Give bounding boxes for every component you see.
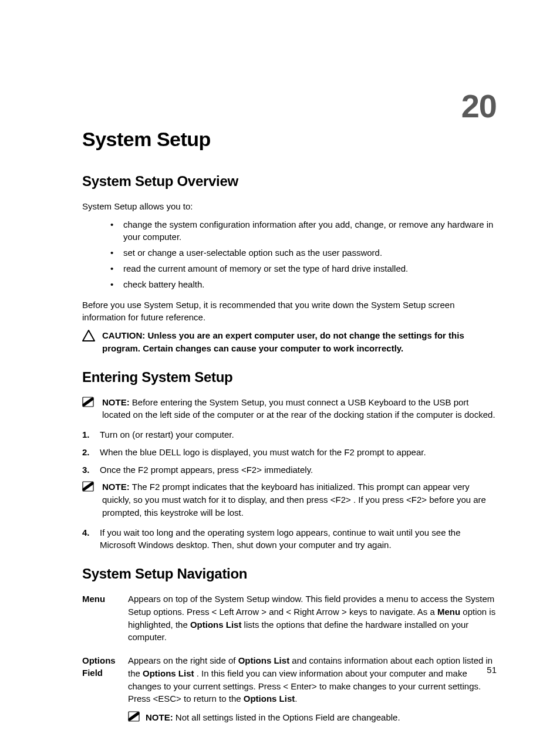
section-overview-heading: System Setup Overview	[82, 173, 497, 190]
chapter-number: 20	[461, 87, 497, 125]
feature-list: change the system configuration informat…	[82, 218, 497, 290]
desc-menu: Appears on top of the System Setup windo…	[128, 593, 497, 644]
desc-options-field: Appears on the right side of Options Lis…	[128, 654, 497, 724]
caution-text: CAUTION: Unless you are an expert comput…	[102, 329, 497, 355]
note-icon	[82, 481, 95, 494]
list-item: check battery health.	[110, 278, 497, 290]
definition-row: Options Field Appears on the right side …	[82, 654, 497, 724]
pre-caution-paragraph: Before you use System Setup, it is recom…	[82, 299, 497, 323]
list-item: read the current amount of memory or set…	[110, 262, 497, 275]
section-navigation-heading: System Setup Navigation	[82, 566, 497, 582]
note-block: NOTE: Not all settings listed in the Opt…	[128, 711, 497, 724]
note-block: NOTE: Before entering the System Setup, …	[82, 396, 497, 422]
steps-list-continued: 4.If you wait too long and the operating…	[82, 526, 497, 552]
list-item: 4.If you wait too long and the operating…	[82, 526, 497, 552]
intro-paragraph: System Setup allows you to:	[82, 200, 497, 212]
list-item: set or change a user-selectable option s…	[110, 246, 497, 259]
list-item: 2.When the blue DELL logo is displayed, …	[82, 446, 497, 459]
term-menu: Menu	[82, 593, 119, 644]
note-block: NOTE: The F2 prompt indicates that the k…	[82, 481, 497, 519]
list-item: change the system configuration informat…	[110, 218, 497, 243]
caution-icon	[82, 330, 95, 343]
page-title: System Setup	[82, 128, 497, 151]
caution-block: CAUTION: Unless you are an expert comput…	[82, 329, 497, 355]
definition-list: Menu Appears on top of the System Setup …	[82, 593, 497, 724]
note-text: NOTE: Not all settings listed in the Opt…	[146, 711, 400, 724]
section-entering-heading: Entering System Setup	[82, 369, 497, 385]
steps-list: 1.Turn on (or restart) your computer. 2.…	[82, 428, 497, 476]
page-number: 51	[487, 665, 497, 675]
note-text: NOTE: The F2 prompt indicates that the k…	[102, 481, 497, 519]
definition-row: Menu Appears on top of the System Setup …	[82, 593, 497, 644]
list-item: 1.Turn on (or restart) your computer.	[82, 428, 497, 441]
list-item: 3.Once the F2 prompt appears, press <F2>…	[82, 464, 497, 476]
note-icon	[82, 397, 95, 410]
note-text: NOTE: Before entering the System Setup, …	[102, 396, 497, 422]
note-icon	[128, 711, 140, 722]
term-options-field: Options Field	[82, 654, 119, 724]
